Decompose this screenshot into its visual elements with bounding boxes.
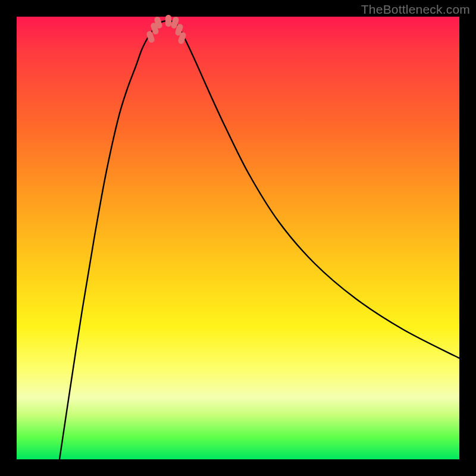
chart-frame: TheBottleneck.com xyxy=(0,0,476,476)
curve-marker xyxy=(165,15,171,27)
curve-layer xyxy=(17,17,459,459)
bottleneck-curve xyxy=(60,21,459,459)
watermark-text: TheBottleneck.com xyxy=(361,2,470,17)
marker-group xyxy=(146,15,187,45)
plot-area xyxy=(17,17,459,459)
